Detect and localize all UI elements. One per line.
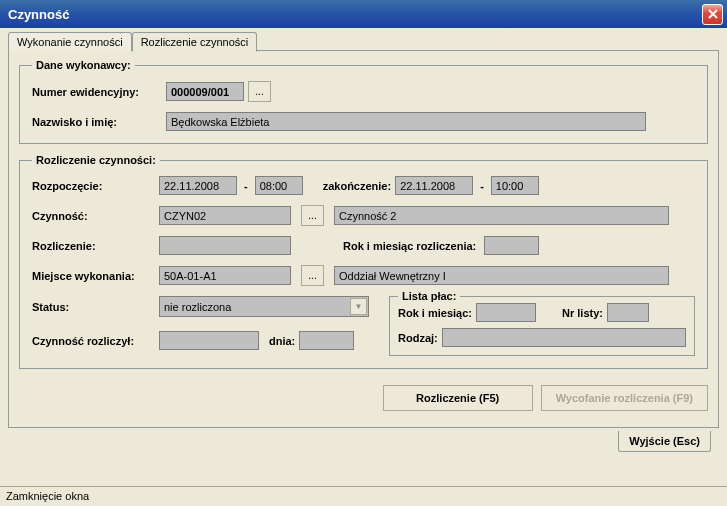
field-miejsce-desc: Oddział Wewnętrzny I xyxy=(334,266,669,285)
field-lista-rok xyxy=(476,303,536,322)
field-dnia xyxy=(299,331,354,350)
statusbar-text: Zamknięcie okna xyxy=(6,490,89,502)
statusbar: Zamknięcie okna xyxy=(0,486,727,506)
group-rozliczenie-czynnosci: Rozliczenie czynności: Rozpoczęcie: 22.1… xyxy=(19,154,708,369)
legend-lista: Lista płac: xyxy=(398,290,460,302)
rozliczenie-button[interactable]: Rozliczenie (F5) xyxy=(383,385,533,411)
close-button[interactable] xyxy=(702,4,723,25)
combo-status-value: nie rozliczona xyxy=(164,301,231,313)
field-czynnosc-code: CZYN02 xyxy=(159,206,291,225)
field-nazwisko: Będkowska Elżbieta xyxy=(166,112,646,131)
chevron-down-icon: ▼ xyxy=(350,298,367,315)
label-dnia: dnia: xyxy=(269,335,295,347)
wycofanie-button: Wycofanie rozliczenia (F9) xyxy=(541,385,708,411)
legend-rozl: Rozliczenie czynności: xyxy=(32,154,160,166)
close-icon xyxy=(708,9,718,19)
field-rok-mies xyxy=(484,236,539,255)
field-czyn-rozl xyxy=(159,331,259,350)
dash-2: - xyxy=(477,180,487,192)
label-lista-rodzaj: Rodzaj: xyxy=(398,332,438,344)
label-czynnosc: Czynność: xyxy=(32,210,155,222)
group-dane-wykonawcy: Dane wykonawcy: Numer ewidencyjny: 00000… xyxy=(19,59,708,144)
field-rozliczenie xyxy=(159,236,291,255)
wyjscie-button[interactable]: Wyjście (Esc) xyxy=(618,431,711,452)
field-zak-time: 10:00 xyxy=(491,176,539,195)
tab-panel: Dane wykonawcy: Numer ewidencyjny: 00000… xyxy=(8,50,719,428)
tab-strip: Wykonanie czynności Rozliczenie czynnośc… xyxy=(8,32,719,51)
field-rozp-date: 22.11.2008 xyxy=(159,176,237,195)
action-buttons: Rozliczenie (F5) Wycofanie rozliczenia (… xyxy=(19,379,708,417)
label-rok-mies: Rok i miesiąc rozliczenia: xyxy=(343,240,476,252)
bottom-tab-strip: Wyjście (Esc) xyxy=(8,431,719,452)
label-numer: Numer ewidencyjny: xyxy=(32,86,162,98)
label-nazwisko: Nazwisko i imię: xyxy=(32,116,162,128)
lookup-czynnosc-button[interactable]: ... xyxy=(301,205,324,226)
label-rozp: Rozpoczęcie: xyxy=(32,180,155,192)
field-miejsce-code: 50A-01-A1 xyxy=(159,266,291,285)
label-zak: zakończenie: xyxy=(323,180,391,192)
label-miejsce: Miejsce wykonania: xyxy=(32,270,155,282)
tab-rozliczenie[interactable]: Rozliczenie czynności xyxy=(132,32,258,52)
field-rozp-time: 08:00 xyxy=(255,176,303,195)
window-title: Czynność xyxy=(4,7,69,22)
field-lista-nr xyxy=(607,303,649,322)
tab-wykonanie[interactable]: Wykonanie czynności xyxy=(8,32,132,51)
group-lista-plac: Lista płac: Rok i miesiąc: Nr listy: Rod… xyxy=(389,296,695,356)
dash-1: - xyxy=(241,180,251,192)
combo-status[interactable]: nie rozliczona ▼ xyxy=(159,296,369,317)
label-lista-rok: Rok i miesiąc: xyxy=(398,307,472,319)
field-numer: 000009/001 xyxy=(166,82,244,101)
label-rozliczenie: Rozliczenie: xyxy=(32,240,155,252)
label-lista-nr: Nr listy: xyxy=(562,307,603,319)
field-czynnosc-desc: Czynność 2 xyxy=(334,206,669,225)
lookup-miejsce-button[interactable]: ... xyxy=(301,265,324,286)
titlebar: Czynność xyxy=(0,0,727,28)
window-content: Wykonanie czynności Rozliczenie czynnośc… xyxy=(0,28,727,452)
label-czyn-rozl: Czynność rozliczył: xyxy=(32,335,155,347)
field-lista-rodzaj xyxy=(442,328,686,347)
label-status: Status: xyxy=(32,301,155,313)
lookup-numer-button[interactable]: ... xyxy=(248,81,271,102)
legend-dane: Dane wykonawcy: xyxy=(32,59,135,71)
field-zak-date: 22.11.2008 xyxy=(395,176,473,195)
